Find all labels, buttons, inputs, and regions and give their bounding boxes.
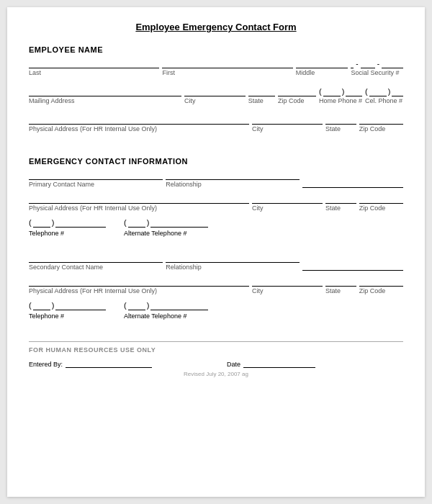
primary-relationship-label: Relationship bbox=[166, 181, 300, 188]
primary-name-line[interactable] bbox=[29, 170, 163, 180]
secondary-state-field: State bbox=[325, 276, 356, 294]
form-title: Employee Emergency Contact Form bbox=[29, 22, 403, 32]
form-page: Employee Emergency Contact Form EMPLOYEE… bbox=[7, 7, 425, 497]
secondary-name-line[interactable] bbox=[29, 253, 163, 263]
secondary-telephone-labels: Telephone # Alternate Telephone # bbox=[29, 312, 403, 320]
ssn-dash-1: - bbox=[356, 60, 358, 68]
primary-phys-address-field: Physical Address (For HR Internal Use On… bbox=[29, 194, 249, 212]
secondary-extra-line[interactable] bbox=[302, 261, 403, 271]
middle-name-line[interactable] bbox=[296, 58, 348, 68]
footer-section: FOR HUMAN RESOURCES USE ONLY Entered By:… bbox=[29, 341, 403, 377]
phys-city-line[interactable] bbox=[252, 114, 323, 125]
primary-phys-line[interactable] bbox=[29, 194, 249, 204]
secondary-tel-number[interactable] bbox=[55, 300, 106, 310]
middle-name-label: Middle bbox=[296, 69, 348, 76]
zip-label: Zip Code bbox=[278, 97, 316, 104]
last-name-line[interactable] bbox=[29, 58, 159, 68]
primary-name-label: Primary Contact Name bbox=[29, 181, 163, 188]
primary-tel-paren-close: ) bbox=[52, 218, 55, 228]
primary-alttel-number[interactable] bbox=[150, 217, 208, 228]
secondary-tel-group: ( ) bbox=[29, 300, 121, 310]
secondary-alttel-paren-close: ) bbox=[147, 301, 150, 310]
employee-section-label: EMPLOYEE NAME bbox=[29, 45, 403, 54]
middle-name-field: Middle bbox=[296, 58, 348, 76]
mailing-address-label: Mailing Address bbox=[29, 97, 181, 104]
state-field: State bbox=[248, 86, 275, 104]
secondary-alttel-label-group: Alternate Telephone # bbox=[124, 312, 262, 320]
home-phone-area[interactable] bbox=[323, 86, 341, 96]
primary-zip-line[interactable] bbox=[359, 194, 403, 204]
cel-phone-number[interactable] bbox=[392, 86, 403, 96]
phys-zip-line[interactable] bbox=[359, 114, 403, 125]
secondary-relationship-line[interactable] bbox=[166, 253, 300, 263]
primary-city-line[interactable] bbox=[252, 194, 323, 204]
secondary-alttel-area[interactable] bbox=[128, 300, 145, 310]
primary-state-line[interactable] bbox=[325, 194, 356, 204]
primary-tel-group: ( ) bbox=[29, 217, 121, 228]
secondary-alt-telephone-label: Alternate Telephone # bbox=[124, 312, 262, 320]
secondary-alttel-paren-open: ( bbox=[124, 301, 127, 310]
cel-phone-area[interactable] bbox=[369, 86, 387, 96]
ssn-line-3[interactable] bbox=[382, 58, 403, 68]
secondary-tel-paren-close: ) bbox=[52, 301, 55, 310]
entered-by-group: Entered By: bbox=[29, 358, 205, 368]
secondary-zip-label: Zip Code bbox=[359, 287, 403, 294]
primary-alttel-paren-open: ( bbox=[124, 218, 127, 228]
home-phone-number[interactable] bbox=[346, 86, 362, 96]
date-line[interactable] bbox=[243, 358, 315, 368]
primary-zip-field: Zip Code bbox=[359, 194, 403, 212]
secondary-phys-address-field: Physical Address (For HR Internal Use On… bbox=[29, 276, 249, 294]
state-line[interactable] bbox=[248, 86, 275, 96]
ssn-line-1[interactable] bbox=[351, 58, 354, 68]
secondary-relationship-field: Relationship bbox=[166, 253, 300, 271]
secondary-phys-line[interactable] bbox=[29, 276, 249, 287]
ssn-line-2[interactable] bbox=[361, 58, 375, 68]
secondary-alttel-group: ( ) bbox=[124, 300, 262, 310]
primary-extra-field bbox=[302, 178, 403, 188]
phys-state-line[interactable] bbox=[325, 114, 356, 125]
primary-tel-paren-open: ( bbox=[29, 218, 32, 228]
secondary-tel-area[interactable] bbox=[33, 300, 50, 310]
primary-tel-area[interactable] bbox=[33, 217, 50, 228]
date-group: Date bbox=[227, 358, 403, 368]
cel-phone-paren-close: ) bbox=[388, 87, 391, 96]
employee-address-row: Mailing Address City State Zip Code ( ) … bbox=[29, 86, 403, 104]
secondary-state-line[interactable] bbox=[325, 276, 356, 287]
footer-fields-row: Entered By: Date bbox=[29, 358, 403, 368]
phys-state-label: State bbox=[325, 125, 356, 132]
secondary-alttel-number[interactable] bbox=[150, 300, 208, 310]
phys-address-line[interactable] bbox=[29, 114, 249, 125]
city-line[interactable] bbox=[184, 86, 246, 96]
primary-contact-name-row: Primary Contact Name Relationship bbox=[29, 170, 403, 188]
primary-alttel-label-group: Alternate Telephone # bbox=[124, 229, 262, 237]
entered-by-line[interactable] bbox=[66, 358, 152, 368]
zip-line[interactable] bbox=[278, 86, 316, 96]
phys-zip-label: Zip Code bbox=[359, 125, 403, 132]
city-label: City bbox=[184, 97, 246, 104]
secondary-state-label: State bbox=[325, 287, 356, 294]
secondary-city-field: City bbox=[252, 276, 323, 294]
primary-telephone-label: Telephone # bbox=[29, 230, 121, 237]
mailing-address-line[interactable] bbox=[29, 86, 181, 96]
primary-zip-label: Zip Code bbox=[359, 204, 403, 212]
ssn-line-group: - - bbox=[351, 58, 403, 68]
first-name-line[interactable] bbox=[162, 58, 292, 68]
cel-phone-paren-open: ( bbox=[365, 87, 368, 96]
first-name-field: First bbox=[162, 58, 292, 76]
primary-state-label: State bbox=[325, 204, 356, 212]
hr-use-label: FOR HUMAN RESOURCES USE ONLY bbox=[29, 346, 403, 354]
primary-relationship-line[interactable] bbox=[166, 170, 300, 180]
secondary-zip-line[interactable] bbox=[359, 276, 403, 287]
home-phone-paren-open: ( bbox=[319, 87, 322, 96]
secondary-name-label: Secondary Contact Name bbox=[29, 264, 163, 271]
phys-city-label: City bbox=[252, 125, 323, 132]
primary-extra-line[interactable] bbox=[302, 178, 403, 188]
primary-telephone-labels: Telephone # Alternate Telephone # bbox=[29, 229, 403, 237]
secondary-city-line[interactable] bbox=[252, 276, 323, 287]
revised-label: Revised July 20, 2007 ag bbox=[29, 371, 403, 377]
ssn-dash-2: - bbox=[377, 60, 379, 68]
primary-alttel-area[interactable] bbox=[128, 217, 145, 228]
secondary-phys-label: Physical Address (For HR Internal Use On… bbox=[29, 287, 249, 294]
secondary-telephone-row: ( ) ( ) bbox=[29, 300, 403, 310]
primary-tel-number[interactable] bbox=[55, 217, 106, 228]
